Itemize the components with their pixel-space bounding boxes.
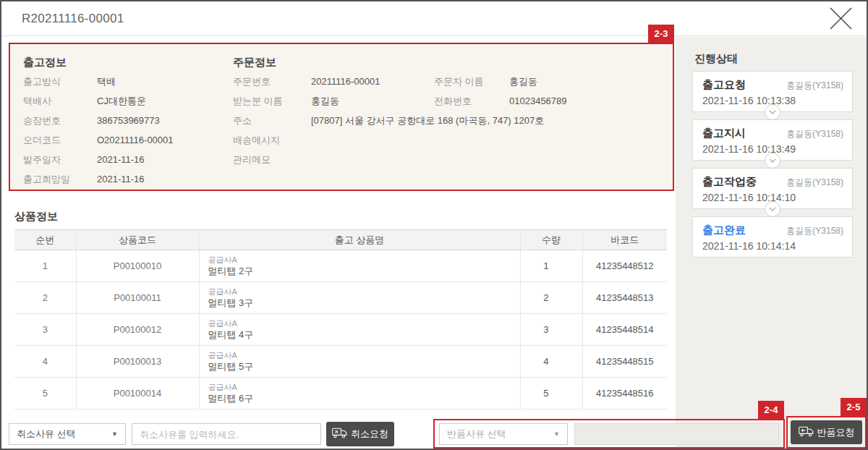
table-row: 1 P00100010 공급사A멀티탭 2구 1 41235448512 — [14, 250, 667, 282]
titlebar: R20211116-00001 — [1, 1, 867, 36]
column-header-barcode: 바코드 — [582, 230, 667, 250]
cell-barcode: 41235448513 — [582, 282, 667, 314]
return-request-button-label: 반품요청 — [817, 426, 855, 439]
select-arrow-icon: ▼ — [553, 430, 560, 438]
product-name: 멀티탭 5구 — [208, 360, 520, 373]
cancel-reason-input[interactable] — [132, 423, 321, 445]
supplier-label: 공급사A — [208, 255, 520, 265]
field-label: 발주일자 — [23, 153, 97, 166]
step-user: 홍길동(Y3158) — [786, 225, 843, 237]
cancel-request-button-label: 취소요청 — [351, 428, 388, 441]
shipping-info-title: 출고정보 — [23, 52, 229, 72]
field-value: 2021-11-16 — [97, 174, 145, 184]
supplier-label: 공급사A — [208, 350, 520, 360]
cell-barcode: 41235448515 — [582, 346, 667, 378]
cancel-reason-select-value: 취소사유 선택 — [17, 428, 76, 441]
cell-barcode: 41235448514 — [582, 314, 667, 346]
cell-no: 5 — [14, 378, 76, 409]
cell-name: 공급사A멀티탭 5구 — [199, 346, 520, 378]
field-value: 택배 — [97, 75, 116, 88]
return-button-region: 반품요청 — [786, 416, 867, 449]
close-button[interactable] — [823, 4, 858, 35]
cell-no: 2 — [14, 282, 76, 314]
annotation-badge-2-4: 2-4 — [758, 401, 784, 419]
progress-step-complete: 출고완료홍길동(Y3158) 2021-11-16 10:14:14 — [692, 216, 853, 258]
truck-return-icon — [799, 426, 814, 439]
cell-no: 4 — [14, 346, 76, 378]
field-label: 관리메모 — [233, 153, 311, 166]
cell-qty: 5 — [520, 378, 582, 409]
field-value: 01023456789 — [509, 95, 567, 106]
cell-qty: 1 — [520, 250, 582, 282]
table-row: 2 P00100011 공급사A멀티탭 3구 2 41235448513 — [14, 282, 667, 314]
column-header-code: 상품코드 — [76, 230, 199, 250]
page-title: R20211116-00001 — [22, 12, 124, 26]
return-reason-input[interactable] — [574, 423, 779, 445]
field-label: 출고희망일 — [23, 173, 97, 186]
step-status: 출고요청 — [702, 78, 746, 92]
field-label: 출고방식 — [23, 75, 97, 88]
cancel-request-button[interactable]: 취소요청 — [326, 422, 394, 446]
order-info-section: 주문정보 주문번호20211116-00001 주문자 이름홍길동 받는분 이름… — [233, 52, 667, 169]
cell-code: P00100011 — [76, 282, 199, 314]
annotation-badge-2-3: 2-3 — [648, 25, 674, 43]
product-name: 멀티탭 4구 — [208, 328, 520, 341]
progress-cards: 출고요청홍길동(Y3158) 2021-11-16 10:13:38 출고지시홍… — [692, 71, 853, 265]
field-value: CJ대한통운 — [97, 95, 146, 108]
field-label: 주문자 이름 — [434, 75, 509, 88]
step-status: 출고작업중 — [702, 175, 757, 189]
field-value: O20211116-00001 — [97, 135, 174, 145]
cell-qty: 4 — [520, 346, 582, 378]
column-header-name: 출고 상품명 — [199, 230, 520, 250]
progress-title: 진행상태 — [694, 52, 738, 66]
chevron-down-icon — [765, 104, 780, 120]
field-label: 배송메시지 — [233, 134, 311, 147]
field-value: 2021-11-16 — [97, 154, 145, 165]
annotation-badge-2-5: 2-5 — [841, 398, 867, 416]
order-info-title: 주문정보 — [233, 52, 667, 72]
field-value: 20211116-00001 — [311, 76, 434, 87]
return-form-region: 반품사유 선택 ▼ — [433, 419, 785, 449]
table-row: 4 P00100013 공급사A멀티탭 5구 4 41235448515 — [14, 346, 667, 378]
column-header-qty: 수량 — [520, 230, 582, 250]
select-arrow-icon: ▼ — [111, 430, 118, 438]
return-request-button[interactable]: 반품요청 — [791, 420, 862, 444]
order-detail-modal: R20211116-00001 2-3 2-4 2-5 출고정보 출고방식택배 … — [0, 0, 868, 450]
products-table: 순번 상품코드 출고 상품명 수량 바코드 1 P00100010 공급사A멀티… — [14, 229, 667, 409]
field-label: 택배사 — [23, 95, 97, 108]
cell-code: P00100013 — [76, 346, 199, 378]
chevron-down-icon — [765, 201, 780, 217]
cell-name: 공급사A멀티탭 2구 — [199, 250, 520, 282]
field-label: 주문번호 — [233, 75, 311, 88]
field-label: 송장번호 — [23, 114, 97, 127]
supplier-label: 공급사A — [208, 286, 520, 297]
step-user: 홍길동(Y3158) — [786, 80, 843, 92]
field-label: 주소 — [233, 114, 311, 127]
field-value: 홍길동 — [311, 95, 434, 108]
field-value: [07807] 서울 강서구 공항대로 168 (마곡동, 747) 1207호 — [311, 114, 544, 127]
table-row: 3 P00100012 공급사A멀티탭 4구 3 41235448514 — [14, 314, 667, 346]
chevron-down-icon — [765, 153, 780, 169]
return-reason-select[interactable]: 반품사유 선택 ▼ — [439, 423, 568, 445]
cancel-reason-select[interactable]: 취소사유 선택 ▼ — [9, 423, 126, 445]
return-reason-select-value: 반품사유 선택 — [447, 428, 506, 441]
product-name: 멀티탭 6구 — [208, 392, 520, 404]
cell-no: 3 — [14, 314, 76, 346]
cell-name: 공급사A멀티탭 6구 — [199, 378, 520, 409]
cell-code: P00100012 — [76, 314, 199, 346]
step-timestamp: 2021-11-16 10:14:14 — [702, 240, 843, 252]
field-label: 오더코드 — [23, 134, 97, 147]
cell-no: 1 — [14, 250, 76, 282]
shipping-info-section: 출고정보 출고방식택배 택배사CJ대한통운 송장번호386753969773 오… — [23, 52, 229, 189]
cell-code: P00100010 — [76, 250, 199, 282]
product-name: 멀티탭 2구 — [208, 265, 520, 277]
cell-qty: 3 — [520, 314, 582, 346]
progress-step-request: 출고요청홍길동(Y3158) 2021-11-16 10:13:38 — [692, 71, 853, 112]
supplier-label: 공급사A — [208, 382, 520, 392]
column-header-no: 순번 — [14, 230, 76, 250]
progress-step-working: 출고작업중홍길동(Y3158) 2021-11-16 10:14:10 — [692, 168, 853, 209]
step-status: 출고완료 — [702, 224, 746, 237]
field-value: 홍길동 — [509, 75, 537, 88]
cell-name: 공급사A멀티탭 4구 — [199, 314, 520, 346]
cell-barcode: 41235448516 — [582, 378, 667, 409]
